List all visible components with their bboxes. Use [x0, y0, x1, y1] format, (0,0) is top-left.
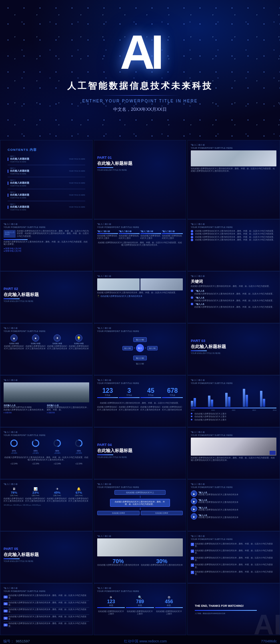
part03-cn: 在此输入标题标题 — [191, 344, 276, 350]
slide-checklist: *输入二级小标 YOUR POWERPOINT SUBTITLE HERE ▶ … — [187, 479, 280, 531]
clist-circle-1: ▶ — [191, 490, 197, 497]
slide-stats3: *输入二级小标 YOUR POWERPOINT SUBTITLE HERE ✈ … — [94, 583, 186, 635]
footer-brand: 红动中国 www.redocn.com — [124, 637, 167, 644]
flow2-branch-l: 在此处键入您希望 — [97, 511, 140, 515]
part01-en: YOUR ENGLISH TITLE IN HERE — [97, 169, 183, 171]
contents-item-5: PART 5 在此输入标题标题 YOUR TITLE IS HERE YOUR … — [8, 203, 85, 211]
stat-1: 123 TITLE — [97, 388, 118, 399]
hero-title-en: ENTHER YOUR POWERPOINT TITLE IN HERE — [67, 99, 213, 103]
svg-point-1 — [11, 440, 17, 446]
slide-row-5: *输入二级小标 在此输入人名 SHOW YOUR SUBTITLE IS HER… — [0, 375, 280, 427]
flow-center-node: 输入 — [136, 344, 144, 352]
slide-numberedrows: *输入二级小标 YOUR POWERPOINT SUBTITLE HERE 01… — [0, 583, 93, 635]
clist-circle-4: ▶ — [191, 513, 197, 520]
contents-title: CONTENTS 内容 — [8, 148, 85, 152]
footer-bar: 编号： 9651597 红动中国 www.redocn.com 770486dc — [0, 635, 280, 644]
slide-textblock: *输入二级小标 YOUR POWERPOINT SUBTITLE HERE 在此… — [0, 219, 93, 271]
photo-1 — [97, 278, 140, 290]
part05-cn: 在此输入标题标题 — [4, 552, 89, 558]
star-icon: ✦ — [54, 334, 61, 342]
footer-fileid: 770486dc — [261, 637, 277, 644]
pct-col-4: 🔔 67% 总数(Total) — [68, 487, 89, 496]
bar-3 — [208, 396, 210, 407]
pct-col-2: 📊 23% 总数(Total) — [25, 487, 46, 496]
chart-icon: 📊 — [25, 487, 46, 491]
numlist-3: 3 在此处键入您希望在此幻灯片上显示的任何文本，颜色、外观、如，以及大小均已为您… — [191, 557, 276, 562]
flow-node-top: 输入小标 — [133, 337, 147, 342]
part02-cn: 在此输入标题标题 — [4, 292, 89, 298]
slide-fourcols: *输入二级小标 YOUR POWERPOINT SUBTITLE HERE *输… — [94, 219, 186, 271]
flow2-node-1: 在此处键入您希望在此幻灯片上 — [114, 490, 166, 495]
part01-cn: 在此输入标题标题 — [97, 160, 183, 166]
tv-screen — [270, 451, 276, 455]
keyword: 关键词 — [191, 279, 276, 284]
slide-building: *输入二级小标 在此输入人名 SHOW YOUR SUBTITLE IS HER… — [0, 375, 93, 427]
contents-item-2: PART 2 在此输入标题标题 YOUR TITLE IS HERE YOUR … — [8, 167, 85, 175]
slide-keylabel: *输入二级小标 关键词 此处键入您希望在此幻灯片上显示的任何文本，颜色、外观、如… — [187, 271, 280, 323]
contents-item-1: PART 1 在此输入标题标题 YOUR TITLE IS HERE YOUR … — [8, 155, 85, 163]
flow-label: 输入小标 — [97, 362, 183, 365]
slide-row-8: PART 05 在此输入标题标题 YOUR ENGLISH TITLE IN H… — [0, 531, 280, 583]
numrow-2: 02 在此处键入您希望在此幻灯片上显示的任何文本，颜色、外观、如，以及大小均已为… — [4, 601, 89, 608]
hero-date: 中文名，20XX年XX月XX日 — [67, 106, 213, 112]
plane-icon: ✈ — [47, 487, 68, 491]
photo-2 — [140, 278, 183, 290]
clist-item-3: ▶ *输入人名 此处键入您希望在此幻灯片上显示的任何文本 — [191, 506, 276, 512]
pct-30: 30% 在此处键入您希望在此幻灯片上显示的任何文本 — [141, 558, 183, 566]
slide-row-7: *输入二级小标 🖥 78% 总数(Total) 📊 23% 总数(Total) … — [0, 479, 280, 531]
numrow-5: 05 在此处键入您希望在此幻灯片上显示的任何文本，颜色、外观、如，以及大小均已为… — [4, 622, 89, 628]
numlist-1: 1 在此处键入您希望在此幻灯片上显示的任何文本，颜色、外观、如，以及大小均已为您… — [191, 543, 276, 548]
flow-node-l: 输入小标 — [122, 346, 133, 350]
pct-70: 70% 在此处键入您希望在此幻灯片上显示的任何文本 — [97, 558, 139, 566]
slide-end: THE END, THANKS FOR WATCHING! 人工智能，数据信息技… — [187, 583, 280, 635]
end-title: THE END, THANKS FOR WATCHING! — [195, 604, 244, 608]
slide-flow2: *输入二级小标 YOUR POWERPOINT SUBTITLE HERE 在此… — [94, 479, 186, 531]
phone-icon: 📱 — [97, 295, 100, 297]
numlist-4: 4 在此处键入您希望在此幻灯片上显示的任何文本，颜色、外观、如，以及大小均已为您… — [191, 564, 276, 569]
key-item-2: *输入人名 — [191, 296, 276, 299]
monitor-icon: 🖥 — [4, 487, 24, 491]
slide-tvphoto: *输入二级小标 YOUR POWERPOINT SUBTITLE HERE 此处… — [187, 427, 280, 479]
part04-num: PART 04 — [97, 443, 183, 447]
end-subtitle: 人工智能，数据信息技术未来科技演示文稿 — [195, 612, 225, 614]
bar-9 — [260, 391, 262, 407]
slide-row-3: PART 02 在此输入标题标题 YOUR ENGLISH TITLE IN H… — [0, 271, 280, 323]
bar-years: 2020 2021 2022 2023 2024 — [191, 409, 276, 411]
slide-textright: *输入二级小标 YOUR POWERPOINT SUBTITLE HERE 此处… — [187, 219, 280, 271]
text-accent-box: 在此输入人员和组织 — [4, 230, 16, 238]
tv-photo — [191, 438, 276, 456]
circle-progress-2 — [31, 439, 40, 448]
phone-icon-row: 📱 在此处键入您希望在此幻灯片上显示的任何文本 — [97, 295, 183, 297]
slide-part05: PART 05 在此输入标题标题 YOUR ENGLISH TITLE IN H… — [0, 531, 93, 583]
clist-item-1: ▶ *输入人名 此处键入您希望在此幻灯片上显示的任何文本 — [191, 490, 276, 497]
flow2-connector — [140, 496, 140, 498]
slide-part03: PART 03 在此输入标题标题 YOUR ENGLISH TITLE IN H… — [187, 323, 280, 375]
bar-6 — [228, 397, 230, 407]
numrow-4: 04 在此处键入您希望在此幻灯片上显示的任何文本，颜色、外观、如，以及大小均已为… — [4, 615, 89, 622]
slide-barchart: *输入二级小标 YOUR POWERPOINT SUBTITLE HERE — [187, 375, 280, 427]
clist-item-4: ▶ *输入人名 此处键入您希望在此幻灯片上显示的任何文本 — [191, 513, 276, 520]
circle-icon: ● — [32, 334, 39, 342]
triangle-icon: ▲ — [10, 334, 18, 342]
part03-en: YOUR ENGLISH TITLE IN HERE — [191, 352, 276, 354]
footer-id: 编号： 9651597 — [3, 637, 30, 644]
bar-8 — [246, 395, 248, 407]
hero-title-cn: 人工智能数据信息技术未来科技 — [67, 80, 213, 92]
desk-photo — [97, 538, 183, 556]
icon-col-2: ● 在此输入标题 此处键入您希望在此幻灯片上显示的任何文本 — [25, 334, 46, 350]
stat-4: 678 TITLE — [162, 388, 183, 399]
slide-part01: PART 01 在此输入标题标题 YOUR ENGLISH TITLE IN H… — [94, 140, 186, 219]
part01-num: PART 01 — [97, 156, 183, 160]
slide-part02: PART 02 在此输入标题标题 YOUR ENGLISH TITLE IN H… — [0, 271, 93, 323]
slide-pct4col: *输入二级小标 🖥 78% 总数(Total) 📊 23% 总数(Total) … — [0, 479, 93, 531]
check-3: 此处键入您希望在此幻灯片上显示的任何文本，颜色、外观、如，以及大小均已为您设置。 — [191, 236, 276, 238]
slide-photogrid: *输入二级小标 此处键入您希望在此幻灯片上显示的任何文本，颜色、外观、如，以及大… — [94, 271, 186, 323]
circle-progress-4 — [74, 439, 83, 448]
stat-3: 45 TITLE — [140, 388, 161, 399]
bar-2 — [194, 398, 196, 407]
circle-2: 84% +13.34% — [25, 439, 46, 454]
slide-row-9: *输入二级小标 YOUR POWERPOINT SUBTITLE HERE 01… — [0, 583, 280, 635]
chart-item-2: 在此处键入您希望在此幻灯片上显示 — [191, 416, 276, 418]
circle-3: 46% +13.34% — [47, 439, 68, 454]
building-photo — [4, 382, 89, 402]
